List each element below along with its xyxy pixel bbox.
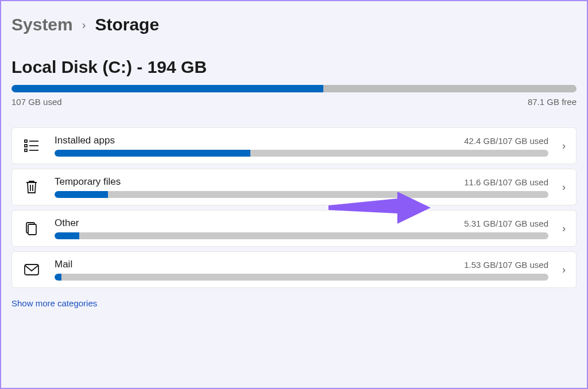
category-temporary-files[interactable]: Temporary files 11.6 GB/107 GB used ›: [11, 169, 577, 205]
breadcrumb-parent[interactable]: System: [11, 15, 73, 34]
breadcrumb-current: Storage: [95, 15, 159, 34]
disk-usage-bar-fill: [11, 85, 323, 92]
trash-icon: [20, 180, 43, 194]
show-more-categories-link[interactable]: Show more categories: [11, 298, 97, 308]
category-usage: 5.31 GB/107 GB used: [464, 219, 548, 228]
category-label: Temporary files: [55, 176, 121, 188]
category-installed-apps[interactable]: Installed apps 42.4 GB/107 GB used ›: [11, 127, 577, 164]
disk-title: Local Disk (C:) - 194 GB: [11, 57, 577, 77]
chevron-right-icon: ›: [562, 223, 566, 235]
category-bar-fill: [55, 232, 79, 239]
chevron-right-icon: ›: [562, 181, 566, 193]
category-bar-fill: [55, 191, 108, 198]
category-usage: 1.53 GB/107 GB used: [464, 260, 548, 270]
category-label: Mail: [55, 259, 72, 270]
category-bar-fill: [55, 274, 61, 281]
svg-rect-0: [25, 140, 27, 142]
chevron-right-icon: ›: [562, 264, 566, 276]
svg-rect-7: [28, 224, 36, 235]
category-other[interactable]: Other 5.31 GB/107 GB used ›: [11, 210, 577, 247]
svg-rect-2: [25, 149, 27, 151]
category-bar: [55, 232, 548, 239]
category-bar: [55, 274, 548, 281]
category-label: Installed apps: [55, 135, 115, 146]
disk-usage-bar: [11, 85, 577, 92]
breadcrumb: System › Storage: [11, 15, 577, 34]
category-bar: [55, 191, 548, 198]
list-icon: [20, 139, 43, 152]
disk-info: 107 GB used 87.1 GB free: [11, 97, 577, 107]
chevron-right-icon: ›: [562, 140, 566, 152]
category-label: Other: [55, 217, 79, 229]
disk-used-label: 107 GB used: [11, 97, 62, 107]
chevron-right-icon: ›: [82, 18, 86, 32]
category-mail[interactable]: Mail 1.53 GB/107 GB used ›: [11, 251, 577, 288]
mail-icon: [20, 264, 43, 275]
category-usage: 42.4 GB/107 GB used: [464, 136, 548, 146]
svg-rect-1: [25, 145, 27, 147]
category-bar: [55, 150, 548, 157]
svg-rect-8: [25, 264, 38, 275]
category-usage: 11.6 GB/107 GB used: [464, 177, 548, 187]
storage-categories: Installed apps 42.4 GB/107 GB used › Tem…: [11, 127, 577, 288]
folder-icon: [20, 221, 43, 235]
disk-free-label: 87.1 GB free: [528, 97, 577, 107]
category-bar-fill: [55, 150, 250, 157]
